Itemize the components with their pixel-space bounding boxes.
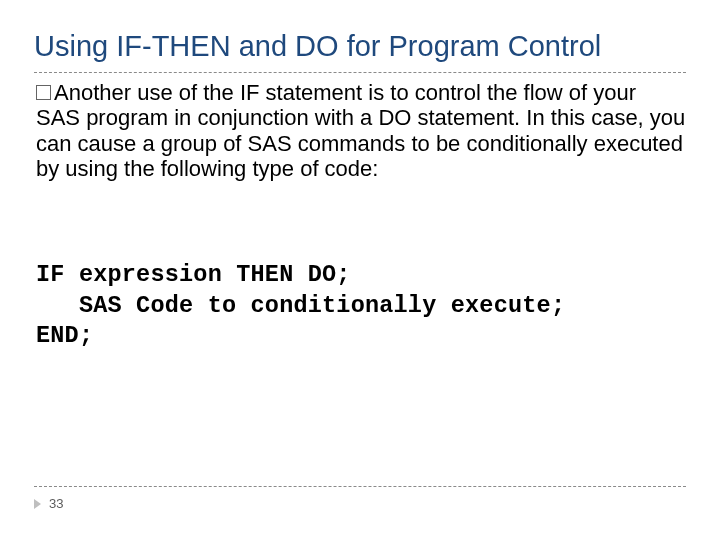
triangle-icon (34, 499, 41, 509)
page-number: 33 (49, 496, 63, 511)
bullet-icon (36, 85, 51, 100)
code-line-2: SAS Code to conditionally execute; (36, 292, 565, 319)
code-line-1: IF expression THEN DO; (36, 261, 351, 288)
code-line-3: END; (36, 322, 93, 349)
paragraph-text: Another use of the IF statement is to co… (36, 80, 685, 181)
code-block: IF expression THEN DO; SAS Code to condi… (36, 260, 686, 352)
page-marker: 33 (34, 496, 63, 511)
footer-underline (34, 486, 686, 487)
body-text: Another use of the IF statement is to co… (36, 80, 686, 181)
title-underline (34, 72, 686, 73)
slide-title: Using IF-THEN and DO for Program Control (34, 30, 601, 63)
slide: Using IF-THEN and DO for Program Control… (0, 0, 720, 540)
